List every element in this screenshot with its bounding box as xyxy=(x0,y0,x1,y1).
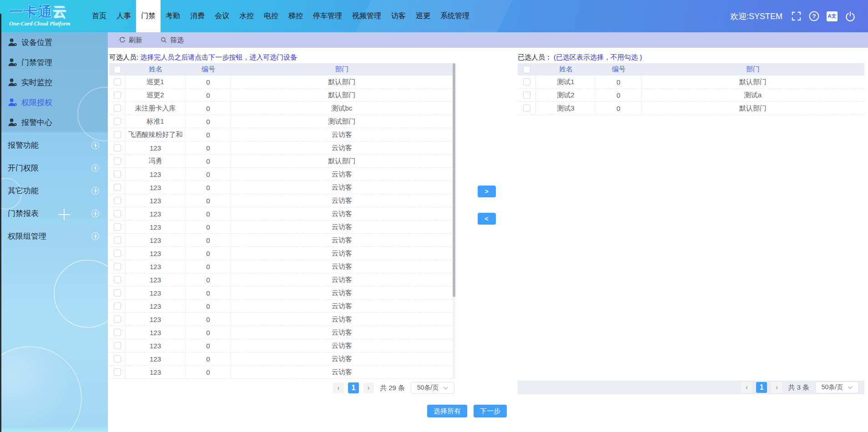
move-left-button[interactable]: < xyxy=(478,213,496,225)
nav-tab[interactable]: 消费 xyxy=(185,0,210,32)
next-step-button[interactable]: 下一步 xyxy=(474,405,507,417)
table-row[interactable]: 123 0 云访客 xyxy=(109,194,453,207)
sidebar-menu-item[interactable]: 报警中心 xyxy=(0,112,108,132)
table-row[interactable]: 123 0 云访客 xyxy=(109,234,453,247)
expand-plus-icon[interactable] xyxy=(91,210,99,217)
row-checkbox[interactable] xyxy=(114,302,121,310)
sidebar-group-item[interactable]: 权限组管理 xyxy=(0,225,108,247)
table-row[interactable]: 123 0 云访客 xyxy=(109,221,453,234)
nav-tab[interactable]: 巡更 xyxy=(411,0,435,32)
table-row[interactable]: 冯勇 0 默认部门 xyxy=(109,155,453,168)
row-checkbox[interactable] xyxy=(114,105,121,112)
row-checkbox[interactable] xyxy=(523,78,530,85)
nav-tab[interactable]: 视频管理 xyxy=(347,0,386,32)
row-checkbox[interactable] xyxy=(114,171,121,178)
row-checkbox[interactable] xyxy=(114,184,121,191)
row-checkbox[interactable] xyxy=(114,131,121,138)
nav-tab[interactable]: 水控 xyxy=(234,0,259,32)
table-row[interactable]: 123 0 云访客 xyxy=(109,141,453,155)
row-checkbox[interactable] xyxy=(114,118,121,125)
page-size-select[interactable]: 50条/页 xyxy=(815,382,859,393)
table-row[interactable]: 123 0 云访客 xyxy=(109,260,453,273)
table-row[interactable]: 123 0 云访客 xyxy=(109,326,453,339)
sidebar-group-item[interactable]: 开门权限 xyxy=(0,156,108,179)
row-checkbox[interactable] xyxy=(523,91,530,99)
row-checkbox[interactable] xyxy=(114,263,121,270)
row-checkbox[interactable] xyxy=(114,223,121,231)
expand-plus-icon[interactable] xyxy=(91,232,99,240)
table-row[interactable]: 未注册卡入库 0 测试bc xyxy=(109,102,453,115)
select-all-checkbox[interactable] xyxy=(114,66,121,73)
nav-tab[interactable]: 门禁 xyxy=(136,0,161,32)
table-row[interactable]: 123 0 云访客 xyxy=(109,273,453,286)
nav-tab[interactable]: 访客 xyxy=(386,0,411,32)
nav-tab[interactable]: 考勤 xyxy=(161,0,185,32)
select-all-button[interactable]: 选择所有 xyxy=(427,405,467,417)
table-row[interactable]: 巡更2 0 默认部门 xyxy=(109,89,453,102)
prev-page-button[interactable]: ‹ xyxy=(333,382,344,393)
table-row[interactable]: 巡更1 0 默认部门 xyxy=(109,75,453,89)
nav-tab[interactable]: 电控 xyxy=(259,0,283,32)
expand-plus-icon[interactable] xyxy=(91,141,99,149)
prev-page-button[interactable]: ‹ xyxy=(741,382,752,393)
power-icon[interactable] xyxy=(844,10,856,22)
table-scrollbar[interactable] xyxy=(453,63,455,379)
scrollbar-thumb[interactable] xyxy=(453,63,455,297)
table-row[interactable]: 123 0 云访客 xyxy=(109,366,453,379)
fullscreen-icon[interactable] xyxy=(791,11,802,21)
sidebar-group-item[interactable]: 门禁报表 xyxy=(0,202,108,225)
sidebar-group-item[interactable]: 报警功能 xyxy=(0,134,108,156)
table-row[interactable]: 飞洒酸辣粉好了和 0 云访客 xyxy=(109,128,453,141)
sidebar-menu-item[interactable]: 设备位置 xyxy=(0,32,108,52)
row-checkbox[interactable] xyxy=(114,368,121,376)
sidebar-menu-item[interactable]: 实时监控 xyxy=(0,72,108,92)
help-icon[interactable]: ? xyxy=(808,10,820,22)
table-row[interactable]: 123 0 云访客 xyxy=(109,207,453,221)
row-checkbox[interactable] xyxy=(114,78,121,85)
nav-tab[interactable]: 梯控 xyxy=(283,0,308,32)
nav-tab[interactable]: 会议 xyxy=(210,0,234,32)
row-checkbox[interactable] xyxy=(114,210,121,217)
table-row[interactable]: 123 0 云访客 xyxy=(109,339,453,352)
table-row[interactable]: 123 0 云访客 xyxy=(109,286,453,300)
table-row[interactable]: 123 0 云访客 xyxy=(109,352,453,366)
row-checkbox[interactable] xyxy=(114,316,121,323)
nav-tab[interactable]: 系统管理 xyxy=(435,0,474,32)
page-size-select[interactable]: 50条/页 xyxy=(411,382,454,394)
expand-plus-icon[interactable] xyxy=(91,187,99,195)
row-checkbox[interactable] xyxy=(114,197,121,204)
row-checkbox[interactable] xyxy=(114,250,121,257)
current-page-button[interactable]: 1 xyxy=(756,382,767,393)
row-checkbox[interactable] xyxy=(114,236,121,244)
row-checkbox[interactable] xyxy=(114,329,121,336)
row-checkbox[interactable] xyxy=(523,105,530,112)
expand-plus-icon[interactable] xyxy=(91,164,99,172)
row-checkbox[interactable] xyxy=(114,91,121,99)
table-row[interactable]: 123 0 云访客 xyxy=(109,247,453,260)
nav-tab[interactable]: 停车管理 xyxy=(308,0,347,32)
table-row[interactable]: 标准1 0 测试部门 xyxy=(109,115,453,128)
table-row[interactable]: 测试1 0 默认部门 xyxy=(518,75,864,89)
nav-tab[interactable]: 人事 xyxy=(111,0,136,32)
row-checkbox[interactable] xyxy=(114,144,121,151)
next-page-button[interactable]: › xyxy=(771,382,782,393)
move-right-button[interactable]: > xyxy=(478,186,496,197)
table-row[interactable]: 测试2 0 测试a xyxy=(518,89,864,102)
row-checkbox[interactable] xyxy=(114,342,121,349)
current-page-button[interactable]: 1 xyxy=(348,382,359,393)
row-checkbox[interactable] xyxy=(114,289,121,296)
table-row[interactable]: 123 0 云访客 xyxy=(109,181,453,194)
sidebar-menu-item[interactable]: 权限授权 xyxy=(0,92,108,112)
filter-button[interactable]: 筛选 xyxy=(161,36,184,45)
language-icon[interactable]: A文 xyxy=(827,11,838,21)
row-checkbox[interactable] xyxy=(114,276,121,283)
next-page-button[interactable]: › xyxy=(363,382,374,393)
table-row[interactable]: 测试3 0 默认部门 xyxy=(518,102,864,115)
refresh-button[interactable]: 刷新 xyxy=(119,36,142,45)
row-checkbox[interactable] xyxy=(114,355,121,362)
nav-tab[interactable]: 首页 xyxy=(87,0,111,32)
table-row[interactable]: 123 0 云访客 xyxy=(109,313,453,326)
table-row[interactable]: 123 0 云访客 xyxy=(109,300,453,313)
row-checkbox[interactable] xyxy=(114,157,121,165)
table-row[interactable]: 123 0 云访客 xyxy=(109,168,453,181)
